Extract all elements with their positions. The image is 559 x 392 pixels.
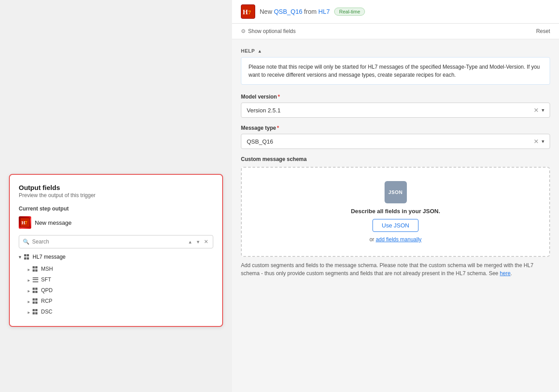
header-from: from bbox=[302, 8, 319, 15]
message-type-label: Message type* bbox=[241, 125, 550, 131]
schema-upload-area: JSON Describe all fields in your JSON. U… bbox=[241, 167, 550, 257]
svg-text:7: 7 bbox=[25, 220, 27, 225]
current-step-label: Current step output bbox=[19, 206, 213, 212]
search-down-button[interactable]: ▼ bbox=[195, 239, 201, 245]
custom-schema-section: Custom message schema JSON Describe all … bbox=[241, 156, 550, 277]
output-fields-panel: Output fields Preview the output of this… bbox=[9, 174, 223, 327]
header-link[interactable]: QSB_Q16 bbox=[274, 8, 302, 15]
search-up-button[interactable]: ▲ bbox=[187, 239, 193, 245]
tree-item-sft-chevron bbox=[28, 276, 30, 283]
model-version-required: * bbox=[278, 94, 280, 100]
schema-help-text: Add custom segments and fields to the me… bbox=[241, 261, 550, 277]
tree-root-grid-icon bbox=[24, 254, 30, 260]
search-bar[interactable]: 🔍 ▲ ▼ ✕ bbox=[19, 235, 213, 248]
or-add-manually: or add fields manually bbox=[369, 236, 422, 243]
model-version-controls: ✕ ▾ bbox=[534, 107, 544, 114]
model-version-arrow[interactable]: ▾ bbox=[542, 107, 544, 113]
schema-describe-text: Describe all fields in your JSON. bbox=[351, 208, 440, 215]
header-bar: H 7 New QSB_Q16 from HL7 Real-time bbox=[232, 0, 559, 24]
message-type-clear[interactable]: ✕ bbox=[534, 138, 539, 145]
search-icon: 🔍 bbox=[23, 239, 29, 245]
search-close-button[interactable]: ✕ bbox=[203, 238, 209, 246]
header-prefix: New bbox=[260, 8, 274, 15]
tree-item-qpd-chevron bbox=[28, 287, 30, 293]
tree-container: HL7 message MSH bbox=[19, 254, 213, 317]
settings-icon: ⚙ bbox=[241, 28, 246, 34]
message-type-value: QSB_Q16 bbox=[247, 138, 530, 145]
show-optional-fields-link[interactable]: ⚙ Show optional fields bbox=[241, 28, 296, 34]
output-fields-title: Output fields bbox=[19, 184, 213, 191]
model-version-field: Model version* Version 2.5.1 ✕ ▾ bbox=[241, 94, 550, 118]
tree-item-dsc[interactable]: DSC bbox=[28, 306, 213, 317]
svg-text:H: H bbox=[243, 8, 248, 16]
hl7-logo: H 7 bbox=[19, 216, 31, 229]
help-label: HELP bbox=[241, 48, 255, 54]
step-name: New message bbox=[35, 219, 71, 226]
output-fields-subtitle: Preview the output of this trigger bbox=[19, 192, 213, 198]
optional-fields-label: Show optional fields bbox=[248, 28, 296, 34]
tree-item-sft-label: SFT bbox=[41, 276, 51, 283]
model-version-label: Model version* bbox=[241, 94, 550, 100]
tree-item-dsc-label: DSC bbox=[41, 309, 52, 315]
help-chevron-up: ▲ bbox=[257, 49, 262, 54]
message-type-arrow[interactable]: ▾ bbox=[542, 138, 544, 144]
tree-item-dsc-chevron bbox=[28, 309, 30, 315]
right-area: H 7 New QSB_Q16 from HL7 Real-time ⚙ Sho… bbox=[232, 0, 559, 392]
tree-item-msh[interactable]: MSH bbox=[28, 264, 213, 274]
tree-root-chevron bbox=[19, 254, 21, 260]
message-type-field: Message type* QSB_Q16 ✕ ▾ bbox=[241, 125, 550, 149]
left-area: Output fields Preview the output of this… bbox=[0, 0, 232, 392]
tree-item-msh-chevron bbox=[28, 266, 30, 272]
realtime-badge: Real-time bbox=[334, 8, 365, 16]
help-section: HELP ▲ Please note that this recipe will… bbox=[241, 48, 550, 85]
model-version-value: Version 2.5.1 bbox=[247, 107, 530, 114]
tree-item-rcp-icon bbox=[33, 298, 38, 304]
tree-item-sft-icon bbox=[33, 277, 38, 282]
header-title: New QSB_Q16 from HL7 bbox=[260, 8, 330, 15]
help-header[interactable]: HELP ▲ bbox=[241, 48, 550, 54]
tree-item-rcp[interactable]: RCP bbox=[28, 296, 213, 306]
model-version-clear[interactable]: ✕ bbox=[534, 107, 539, 114]
help-content: Please note that this recipe will only b… bbox=[241, 57, 550, 85]
message-type-controls: ✕ ▾ bbox=[534, 138, 544, 145]
tree-root[interactable]: HL7 message bbox=[19, 254, 213, 260]
header-source[interactable]: HL7 bbox=[319, 8, 330, 15]
json-icon: JSON bbox=[385, 181, 407, 203]
tree-item-qpd-icon bbox=[33, 288, 38, 293]
tree-root-label: HL7 message bbox=[33, 254, 66, 260]
tree-item-msh-label: MSH bbox=[41, 266, 53, 272]
use-json-button[interactable]: Use JSON bbox=[373, 219, 418, 232]
tree-item-sft[interactable]: SFT bbox=[28, 274, 213, 285]
search-input[interactable] bbox=[32, 239, 184, 245]
tree-children: MSH SFT QPD bbox=[28, 264, 213, 317]
tree-item-qpd-label: QPD bbox=[41, 287, 53, 293]
tree-item-rcp-chevron bbox=[28, 298, 30, 304]
tree-item-rcp-label: RCP bbox=[41, 298, 52, 304]
step-item: H 7 New message bbox=[19, 216, 213, 229]
add-fields-manually-link[interactable]: add fields manually bbox=[376, 236, 422, 243]
form-body: HELP ▲ Please note that this recipe will… bbox=[232, 39, 559, 286]
optional-fields-bar: ⚙ Show optional fields Reset bbox=[232, 24, 559, 39]
model-version-select[interactable]: Version 2.5.1 ✕ ▾ bbox=[241, 103, 550, 118]
message-type-select[interactable]: QSB_Q16 ✕ ▾ bbox=[241, 134, 550, 149]
reset-link[interactable]: Reset bbox=[536, 28, 550, 34]
message-type-required: * bbox=[277, 125, 279, 131]
svg-text:7: 7 bbox=[248, 9, 251, 16]
tree-item-msh-icon bbox=[33, 266, 38, 272]
custom-schema-label: Custom message schema bbox=[241, 156, 550, 162]
schema-here-link[interactable]: here bbox=[500, 270, 510, 276]
tree-item-dsc-icon bbox=[33, 309, 38, 315]
tree-item-qpd[interactable]: QPD bbox=[28, 285, 213, 296]
header-logo: H 7 bbox=[241, 4, 255, 19]
search-controls: ▲ ▼ ✕ bbox=[187, 238, 209, 246]
